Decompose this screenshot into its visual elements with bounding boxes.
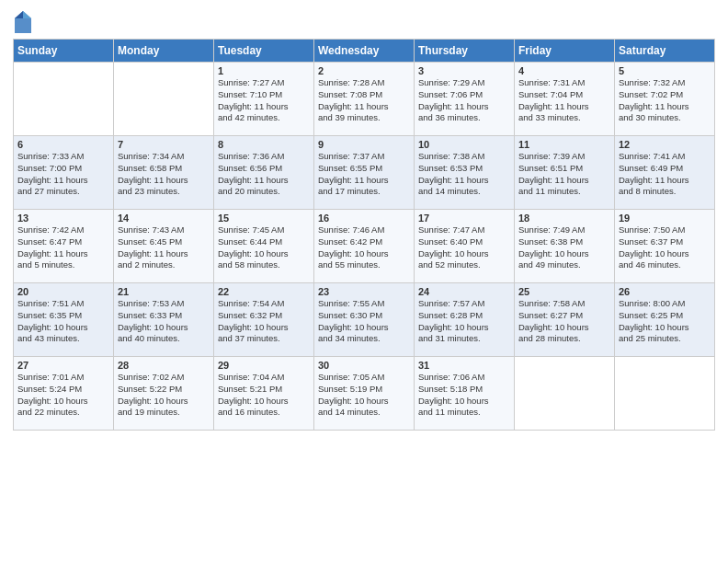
day-number: 3 [418,65,510,76]
day-cell [615,357,715,431]
day-cell: 19Sunrise: 7:50 AM Sunset: 6:37 PM Dayli… [615,210,715,283]
day-number: 13 [17,213,109,224]
day-info: Sunrise: 7:33 AM Sunset: 7:00 PM Dayligh… [17,151,109,198]
day-cell [14,63,114,136]
week-row-3: 13Sunrise: 7:42 AM Sunset: 6:47 PM Dayli… [14,210,715,283]
day-info: Sunrise: 7:54 AM Sunset: 6:32 PM Dayligh… [218,298,310,345]
day-number: 2 [318,65,410,76]
week-row-2: 6Sunrise: 7:33 AM Sunset: 7:00 PM Daylig… [14,136,715,210]
day-number: 29 [218,360,310,371]
day-number: 27 [17,360,109,371]
day-number: 4 [518,65,610,76]
day-cell: 29Sunrise: 7:04 AM Sunset: 5:21 PM Dayli… [214,357,314,431]
day-number: 20 [17,286,109,297]
day-info: Sunrise: 7:46 AM Sunset: 6:42 PM Dayligh… [318,224,410,271]
day-header-friday: Friday [515,40,615,63]
day-number: 21 [118,286,210,297]
day-info: Sunrise: 7:27 AM Sunset: 7:10 PM Dayligh… [218,77,310,124]
day-cell: 20Sunrise: 7:51 AM Sunset: 6:35 PM Dayli… [14,283,114,357]
day-cell: 21Sunrise: 7:53 AM Sunset: 6:33 PM Dayli… [114,283,214,357]
day-number: 12 [619,139,711,150]
day-number: 8 [218,139,310,150]
day-header-wednesday: Wednesday [314,40,415,63]
day-cell: 5Sunrise: 7:32 AM Sunset: 7:02 PM Daylig… [615,63,715,136]
day-number: 6 [17,139,109,150]
day-info: Sunrise: 7:28 AM Sunset: 7:08 PM Dayligh… [318,77,410,124]
day-cell: 23Sunrise: 7:55 AM Sunset: 6:30 PM Dayli… [314,283,415,357]
day-info: Sunrise: 7:43 AM Sunset: 6:45 PM Dayligh… [118,224,210,271]
svg-marker-1 [23,11,31,18]
day-info: Sunrise: 7:02 AM Sunset: 5:22 PM Dayligh… [118,372,210,419]
day-number: 15 [218,213,310,224]
week-row-4: 20Sunrise: 7:51 AM Sunset: 6:35 PM Dayli… [14,283,715,357]
day-cell: 13Sunrise: 7:42 AM Sunset: 6:47 PM Dayli… [14,210,114,283]
day-cell: 8Sunrise: 7:36 AM Sunset: 6:56 PM Daylig… [214,136,314,210]
day-info: Sunrise: 7:05 AM Sunset: 5:19 PM Dayligh… [318,372,410,419]
day-cell: 17Sunrise: 7:47 AM Sunset: 6:40 PM Dayli… [415,210,515,283]
day-number: 9 [318,139,410,150]
day-info: Sunrise: 7:51 AM Sunset: 6:35 PM Dayligh… [17,298,109,345]
day-info: Sunrise: 7:41 AM Sunset: 6:49 PM Dayligh… [619,151,711,198]
day-cell: 28Sunrise: 7:02 AM Sunset: 5:22 PM Dayli… [114,357,214,431]
day-info: Sunrise: 8:00 AM Sunset: 6:25 PM Dayligh… [619,298,711,345]
day-info: Sunrise: 7:37 AM Sunset: 6:55 PM Dayligh… [318,151,410,198]
day-info: Sunrise: 7:06 AM Sunset: 5:18 PM Dayligh… [418,372,510,419]
calendar-container: SundayMondayTuesdayWednesdayThursdayFrid… [0,0,728,440]
day-cell: 4Sunrise: 7:31 AM Sunset: 7:04 PM Daylig… [515,63,615,136]
day-header-sunday: Sunday [14,40,114,63]
week-row-1: 1Sunrise: 7:27 AM Sunset: 7:10 PM Daylig… [14,63,715,136]
day-cell: 7Sunrise: 7:34 AM Sunset: 6:58 PM Daylig… [114,136,214,210]
day-cell: 30Sunrise: 7:05 AM Sunset: 5:19 PM Dayli… [314,357,415,431]
day-info: Sunrise: 7:39 AM Sunset: 6:51 PM Dayligh… [518,151,610,198]
day-info: Sunrise: 7:50 AM Sunset: 6:37 PM Dayligh… [619,224,711,271]
day-info: Sunrise: 7:57 AM Sunset: 6:28 PM Dayligh… [418,298,510,345]
day-number: 7 [118,139,210,150]
day-cell: 15Sunrise: 7:45 AM Sunset: 6:44 PM Dayli… [214,210,314,283]
day-number: 25 [518,286,610,297]
day-info: Sunrise: 7:49 AM Sunset: 6:38 PM Dayligh… [518,224,610,271]
day-info: Sunrise: 7:45 AM Sunset: 6:44 PM Dayligh… [218,224,310,271]
day-cell: 10Sunrise: 7:38 AM Sunset: 6:53 PM Dayli… [415,136,515,210]
day-cell: 22Sunrise: 7:54 AM Sunset: 6:32 PM Dayli… [214,283,314,357]
day-info: Sunrise: 7:32 AM Sunset: 7:02 PM Dayligh… [619,77,711,124]
day-cell: 12Sunrise: 7:41 AM Sunset: 6:49 PM Dayli… [615,136,715,210]
day-cell: 27Sunrise: 7:01 AM Sunset: 5:24 PM Dayli… [14,357,114,431]
logo [13,9,35,35]
day-cell: 3Sunrise: 7:29 AM Sunset: 7:06 PM Daylig… [415,63,515,136]
day-number: 23 [318,286,410,297]
svg-marker-2 [15,11,23,18]
day-info: Sunrise: 7:42 AM Sunset: 6:47 PM Dayligh… [17,224,109,271]
day-number: 11 [518,139,610,150]
day-number: 18 [518,213,610,224]
day-cell: 24Sunrise: 7:57 AM Sunset: 6:28 PM Dayli… [415,283,515,357]
day-info: Sunrise: 7:34 AM Sunset: 6:58 PM Dayligh… [118,151,210,198]
day-info: Sunrise: 7:29 AM Sunset: 7:06 PM Dayligh… [418,77,510,124]
calendar-header: SundayMondayTuesdayWednesdayThursdayFrid… [14,40,715,63]
day-header-monday: Monday [114,40,214,63]
day-cell: 16Sunrise: 7:46 AM Sunset: 6:42 PM Dayli… [314,210,415,283]
day-number: 24 [418,286,510,297]
day-info: Sunrise: 7:38 AM Sunset: 6:53 PM Dayligh… [418,151,510,198]
day-header-thursday: Thursday [415,40,515,63]
day-number: 28 [118,360,210,371]
day-info: Sunrise: 7:53 AM Sunset: 6:33 PM Dayligh… [118,298,210,345]
day-cell: 18Sunrise: 7:49 AM Sunset: 6:38 PM Dayli… [515,210,615,283]
day-number: 16 [318,213,410,224]
logo-icon [13,9,33,35]
calendar-table: SundayMondayTuesdayWednesdayThursdayFrid… [13,39,715,431]
day-number: 1 [218,65,310,76]
calendar-body: 1Sunrise: 7:27 AM Sunset: 7:10 PM Daylig… [14,63,715,431]
day-info: Sunrise: 7:47 AM Sunset: 6:40 PM Dayligh… [418,224,510,271]
day-number: 5 [619,65,711,76]
day-cell [515,357,615,431]
day-cell: 6Sunrise: 7:33 AM Sunset: 7:00 PM Daylig… [14,136,114,210]
header-row: SundayMondayTuesdayWednesdayThursdayFrid… [14,40,715,63]
day-info: Sunrise: 7:31 AM Sunset: 7:04 PM Dayligh… [518,77,610,124]
day-cell: 25Sunrise: 7:58 AM Sunset: 6:27 PM Dayli… [515,283,615,357]
day-number: 30 [318,360,410,371]
week-row-5: 27Sunrise: 7:01 AM Sunset: 5:24 PM Dayli… [14,357,715,431]
day-cell: 1Sunrise: 7:27 AM Sunset: 7:10 PM Daylig… [214,63,314,136]
day-number: 10 [418,139,510,150]
day-cell: 14Sunrise: 7:43 AM Sunset: 6:45 PM Dayli… [114,210,214,283]
day-cell: 9Sunrise: 7:37 AM Sunset: 6:55 PM Daylig… [314,136,415,210]
